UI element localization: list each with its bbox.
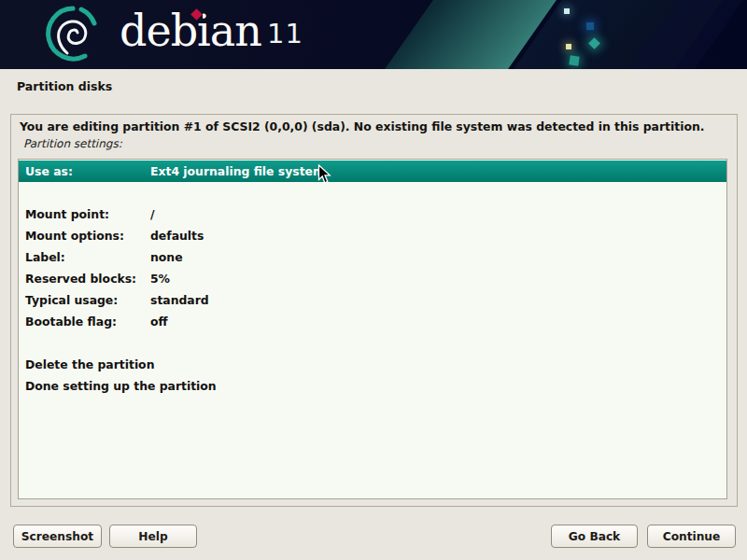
banner-sparkle-square [566, 44, 571, 49]
row-value: none [150, 250, 726, 264]
row-label: Done setting up the partition [19, 379, 217, 393]
setting-row-mount-point[interactable]: Mount point: / [19, 203, 726, 225]
row-label: Mount options: [19, 229, 150, 243]
debian-swirl-icon [43, 3, 103, 66]
row-value: 5% [150, 272, 726, 286]
go-back-button[interactable]: Go Back [551, 525, 638, 548]
continue-button[interactable]: Continue [647, 525, 736, 548]
row-label: Mount point: [19, 207, 150, 221]
setting-row-bootable-flag[interactable]: Bootable flag: off [19, 311, 726, 332]
row-label: Reserved blocks: [19, 272, 150, 286]
row-label: Typical usage: [19, 293, 150, 307]
row-label: Bootable flag: [19, 315, 150, 329]
banner-sparkle-square [586, 22, 594, 30]
row-spacer [19, 182, 726, 203]
row-label: Label: [19, 250, 150, 264]
row-value: standard [150, 293, 726, 307]
brand-version: 11 [267, 18, 303, 49]
settings-label: Partition settings: [23, 137, 122, 150]
partition-settings-list: Use as: Ext4 journaling file system Moun… [18, 159, 727, 499]
row-spacer [19, 332, 726, 354]
partition-dialog-frame: You are editing partition #1 of SCSI2 (0… [10, 114, 738, 507]
screenshot-button[interactable]: Screenshot [13, 525, 102, 548]
page-title: Partition disks [17, 79, 112, 93]
row-label: Delete the partition [19, 357, 154, 371]
banner-sparkle-square [569, 55, 579, 65]
action-row-done-partition[interactable]: Done setting up the partition [19, 375, 726, 397]
mouse-cursor-icon [317, 164, 331, 185]
action-row-delete-partition[interactable]: Delete the partition [19, 354, 726, 375]
installer-banner: debian 11 [0, 0, 747, 69]
row-value: / [150, 207, 726, 221]
help-button[interactable]: Help [109, 525, 197, 548]
banner-sparkle-square [564, 8, 570, 14]
row-value: defaults [150, 229, 726, 243]
setting-row-reserved-blocks[interactable]: Reserved blocks: 5% [19, 268, 726, 289]
setting-row-mount-options[interactable]: Mount options: defaults [19, 225, 726, 246]
setting-row-use-as[interactable]: Use as: Ext4 journaling file system [19, 161, 726, 182]
question-text: You are editing partition #1 of SCSI2 (0… [20, 119, 704, 133]
setting-row-label[interactable]: Label: none [19, 246, 726, 268]
setting-row-typical-usage[interactable]: Typical usage: standard [19, 289, 726, 311]
row-label: Use as: [19, 164, 150, 178]
row-value: Ext4 journaling file system [150, 164, 726, 178]
row-value: off [150, 315, 726, 329]
